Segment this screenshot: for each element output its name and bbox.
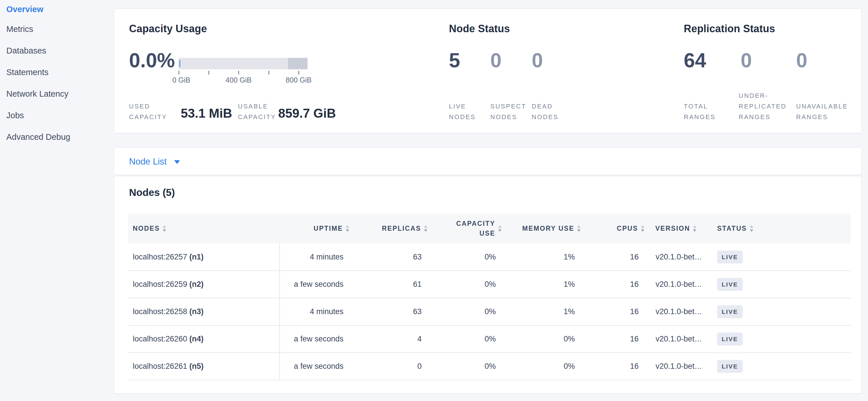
live-nodes-value: 5	[449, 52, 460, 69]
cell-status: LIVE	[708, 325, 851, 353]
col-header-cpus[interactable]: CPUS	[581, 213, 645, 244]
col-header-version[interactable]: VERSION	[645, 213, 708, 244]
cell-status: LIVE	[708, 271, 851, 298]
capacity-bar-used-segment	[179, 60, 181, 67]
usable-capacity-label: USABLE CAPACITY	[238, 101, 276, 122]
sort-icon	[641, 225, 644, 232]
suspect-nodes-value: 0	[490, 52, 501, 69]
sort-icon	[693, 225, 696, 232]
cell-cpus: 16	[581, 244, 645, 271]
cell-replicas: 4	[350, 325, 428, 353]
table-row[interactable]: localhost:26261 (n5)a few seconds00%0%16…	[128, 353, 851, 380]
cell-capacity-use: 0%	[428, 353, 502, 380]
sidebar-item-databases[interactable]: Databases	[0, 40, 114, 62]
sidebar-item-network-latency[interactable]: Network Latency	[0, 83, 114, 105]
cell-capacity-use: 0%	[428, 244, 502, 271]
capacity-usage-title: Capacity Usage	[129, 23, 207, 35]
cell-uptime: a few seconds	[280, 353, 350, 380]
capacity-bar-other-segment	[288, 58, 308, 69]
sort-icon	[750, 225, 753, 232]
nodes-card: Nodes (5) NODES UPTIME REPLICAS CAPACITY…	[114, 176, 862, 394]
cell-uptime: 4 minutes	[280, 244, 350, 271]
sidebar: OverviewMetricsDatabasesStatementsNetwor…	[0, 0, 114, 148]
cell-replicas: 61	[350, 271, 428, 298]
cell-capacity-use: 0%	[428, 325, 502, 353]
nodes-heading: Nodes (5)	[129, 187, 175, 198]
cell-cpus: 16	[581, 325, 645, 353]
col-header-capacity-use[interactable]: CAPACITY USE	[428, 213, 502, 244]
cell-version: v20.1.0-bet…	[645, 271, 708, 298]
used-capacity-value: 53.1 MiB	[181, 106, 232, 120]
db-console-overview-page: { "sidebar": { "items": [ { "label": "Ov…	[0, 0, 868, 401]
cell-version: v20.1.0-bet…	[645, 244, 708, 271]
cell-replicas: 0	[350, 353, 428, 380]
cell-uptime: a few seconds	[280, 325, 350, 353]
cell-replicas: 63	[350, 244, 428, 271]
cell-node-address: localhost:26260 (n4)	[128, 325, 280, 353]
cell-node-address: localhost:26259 (n2)	[128, 271, 280, 298]
col-header-status[interactable]: STATUS	[708, 213, 851, 244]
axis-label-400: 400 GiB	[226, 76, 251, 84]
col-header-uptime[interactable]: UPTIME	[280, 213, 350, 244]
axis-label-0: 0 GiB	[173, 76, 191, 84]
unavailable-ranges-label: UNAVAILABLE RANGES	[796, 101, 848, 122]
nodes-table: NODES UPTIME REPLICAS CAPACITY USE MEMOR…	[128, 213, 851, 380]
sidebar-item-metrics[interactable]: Metrics	[0, 19, 114, 40]
cell-memory-use: 1%	[502, 271, 581, 298]
cell-replicas: 63	[350, 298, 428, 325]
sort-icon	[577, 225, 581, 232]
table-header-row: NODES UPTIME REPLICAS CAPACITY USE MEMOR…	[128, 213, 851, 244]
table-row[interactable]: localhost:26260 (n4)a few seconds40%0%16…	[128, 325, 851, 353]
status-badge: LIVE	[717, 333, 743, 345]
cell-cpus: 16	[581, 353, 645, 380]
cell-node-address: localhost:26257 (n1)	[128, 244, 280, 271]
cell-node-address: localhost:26261 (n5)	[128, 353, 280, 380]
sidebar-item-overview[interactable]: Overview	[0, 1, 114, 19]
sidebar-item-advanced-debug[interactable]: Advanced Debug	[0, 126, 114, 148]
cell-memory-use: 0%	[502, 353, 581, 380]
cell-node-address: localhost:26258 (n3)	[128, 298, 280, 325]
cell-status: LIVE	[708, 298, 851, 325]
table-row[interactable]: localhost:26258 (n3)4 minutes630%1%16v20…	[128, 298, 851, 325]
cell-memory-use: 1%	[502, 244, 581, 271]
node-list-dropdown-label: Node List	[129, 156, 167, 167]
cell-memory-use: 1%	[502, 298, 581, 325]
col-header-memory-use[interactable]: MEMORY USE	[502, 213, 581, 244]
view-selector-card: Node List	[114, 148, 862, 175]
cell-capacity-use: 0%	[428, 271, 502, 298]
axis-label-800: 800 GiB	[286, 76, 312, 84]
total-ranges-value: 64	[684, 52, 706, 69]
sort-icon	[346, 225, 349, 232]
cell-version: v20.1.0-bet…	[645, 353, 708, 380]
status-badge: LIVE	[717, 305, 743, 318]
status-badge: LIVE	[717, 278, 743, 291]
capacity-axis-ticks	[179, 71, 308, 76]
suspect-nodes-label: SUSPECT NODES	[490, 101, 526, 122]
cell-status: LIVE	[708, 244, 851, 271]
node-list-dropdown[interactable]: Node List	[129, 148, 180, 175]
sort-icon	[163, 225, 166, 232]
table-row[interactable]: localhost:26259 (n2)a few seconds610%1%1…	[128, 271, 851, 298]
table-row[interactable]: localhost:26257 (n1)4 minutes630%1%16v20…	[128, 244, 851, 271]
cell-status: LIVE	[708, 353, 851, 380]
chevron-down-icon	[174, 160, 180, 164]
main-content: Capacity Usage 0.0% 0 GiB 400 GiB 800 Gi…	[114, 0, 862, 401]
col-header-replicas[interactable]: REPLICAS	[350, 213, 428, 244]
status-badge: LIVE	[717, 251, 743, 263]
cell-version: v20.1.0-bet…	[645, 325, 708, 353]
cell-version: v20.1.0-bet…	[645, 298, 708, 325]
cell-cpus: 16	[581, 298, 645, 325]
status-badge: LIVE	[717, 360, 743, 373]
sidebar-item-statements[interactable]: Statements	[0, 62, 114, 83]
sidebar-item-jobs[interactable]: Jobs	[0, 105, 114, 126]
node-status-title: Node Status	[449, 23, 510, 35]
capacity-used-percent: 0.0%	[129, 52, 175, 69]
col-header-nodes[interactable]: NODES	[128, 213, 280, 244]
total-ranges-label: TOTAL RANGES	[684, 101, 716, 122]
nodes-table-body: localhost:26257 (n1)4 minutes630%1%16v20…	[128, 244, 851, 380]
capacity-usage-chart: 0 GiB 400 GiB 800 GiB	[179, 58, 308, 85]
live-nodes-label: LIVE NODES	[449, 101, 476, 122]
used-capacity-label: USED CAPACITY	[129, 101, 167, 122]
under-replicated-ranges-label: UNDER- REPLICATED RANGES	[739, 90, 787, 122]
cell-capacity-use: 0%	[428, 298, 502, 325]
